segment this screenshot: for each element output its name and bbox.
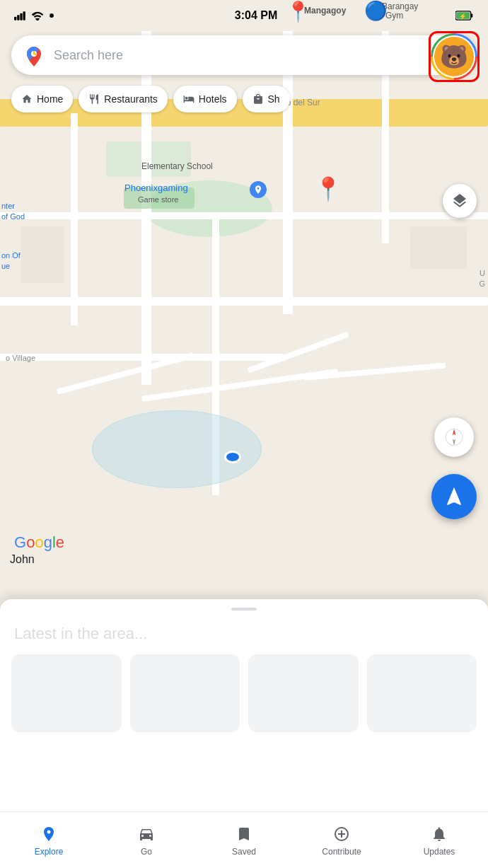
svg-text:⚡: ⚡ xyxy=(459,12,467,21)
extra-icon xyxy=(47,11,57,21)
village-label: o Village xyxy=(6,354,35,362)
side-label-r2: G xyxy=(479,279,485,288)
school-label: Elementary School xyxy=(141,161,213,171)
contribute-label: Contribute xyxy=(322,847,361,857)
go-icon xyxy=(136,824,156,844)
compass-button[interactable] xyxy=(434,417,474,457)
status-left xyxy=(14,11,57,21)
bottom-sheet: Latest in the area... xyxy=(0,599,488,811)
google-logo: Google xyxy=(14,533,64,552)
layer-button[interactable] xyxy=(443,184,477,218)
profile-avatar-container[interactable]: 🐻 xyxy=(429,31,480,82)
svg-rect-23 xyxy=(20,13,22,21)
chip-home[interactable]: Home xyxy=(11,86,73,112)
nav-item-contribute[interactable]: Contribute xyxy=(293,818,390,857)
chip-restaurants-label: Restaurants xyxy=(104,93,157,105)
svg-rect-24 xyxy=(23,11,25,21)
shopping-chip-icon xyxy=(252,93,264,105)
card-2[interactable] xyxy=(130,654,240,732)
card-row xyxy=(0,654,488,732)
svg-rect-17 xyxy=(21,226,64,283)
green-marker: 📍 xyxy=(314,175,342,202)
chip-home-label: Home xyxy=(37,93,63,105)
chip-shopping-label: Sh xyxy=(268,93,280,105)
saved-icon xyxy=(234,824,254,844)
bottom-nav: Explore Go Saved Contribute Updates xyxy=(0,811,488,868)
card-4[interactable] xyxy=(367,654,477,732)
go-label: Go xyxy=(141,847,152,857)
svg-rect-14 xyxy=(71,113,78,325)
user-location-accuracy xyxy=(92,410,262,488)
card-3[interactable] xyxy=(248,654,359,732)
search-placeholder: Search here xyxy=(54,48,440,63)
card-1[interactable] xyxy=(11,654,122,732)
status-bar: 3:04 PM ⚡ xyxy=(0,0,488,31)
side-label-2: of God xyxy=(1,212,25,221)
side-label-1: nter xyxy=(1,202,15,210)
svg-rect-22 xyxy=(17,15,19,21)
hotels-chip-icon xyxy=(183,93,194,105)
svg-point-25 xyxy=(50,13,54,18)
signal-icon xyxy=(14,11,28,21)
nav-item-updates[interactable]: Updates xyxy=(390,818,488,857)
svg-rect-18 xyxy=(410,226,467,269)
john-label: John xyxy=(10,553,35,566)
avatar-ring: 🐻 xyxy=(431,33,477,80)
side-label-r1: U xyxy=(480,269,485,277)
restaurants-chip-icon xyxy=(88,93,100,105)
chip-hotels-label: Hotels xyxy=(199,93,227,105)
wifi-icon xyxy=(31,11,44,21)
chip-shopping[interactable]: Sh xyxy=(243,86,290,112)
svg-rect-9 xyxy=(0,354,283,361)
nav-item-explore[interactable]: Explore xyxy=(0,818,98,857)
phoenixgaming-marker xyxy=(250,181,267,198)
contribute-icon xyxy=(332,824,352,844)
nav-item-saved[interactable]: Saved xyxy=(195,818,293,857)
navigation-fab[interactable] xyxy=(431,474,477,519)
side-label-4: ue xyxy=(1,262,10,270)
chip-restaurants[interactable]: Restaurants xyxy=(79,86,167,112)
chip-hotels[interactable]: Hotels xyxy=(173,86,237,112)
nav-item-go[interactable]: Go xyxy=(98,818,195,857)
explore-label: Explore xyxy=(35,847,64,857)
side-label-3: on Of xyxy=(1,251,21,260)
home-chip-icon xyxy=(21,93,33,105)
svg-rect-21 xyxy=(14,17,16,21)
saved-label: Saved xyxy=(232,847,256,857)
status-right: ⚡ xyxy=(455,11,474,21)
user-location-dot xyxy=(226,453,239,461)
battery-icon: ⚡ xyxy=(455,11,474,21)
updates-label: Updates xyxy=(424,847,455,857)
avatar-image: 🐻 xyxy=(434,37,474,76)
phoenixgaming-label: Phoenixgaming xyxy=(124,183,188,193)
search-bar[interactable]: Search here xyxy=(11,35,477,75)
status-time: 3:04 PM xyxy=(235,9,277,22)
updates-icon xyxy=(429,824,449,844)
filter-chips: Home Restaurants Hotels Sh xyxy=(0,82,488,116)
latest-text: Latest in the area... xyxy=(0,611,488,654)
maps-logo xyxy=(23,44,45,66)
svg-rect-28 xyxy=(471,13,473,17)
gamestore-label: Game store xyxy=(138,195,178,204)
explore-icon xyxy=(39,824,59,844)
